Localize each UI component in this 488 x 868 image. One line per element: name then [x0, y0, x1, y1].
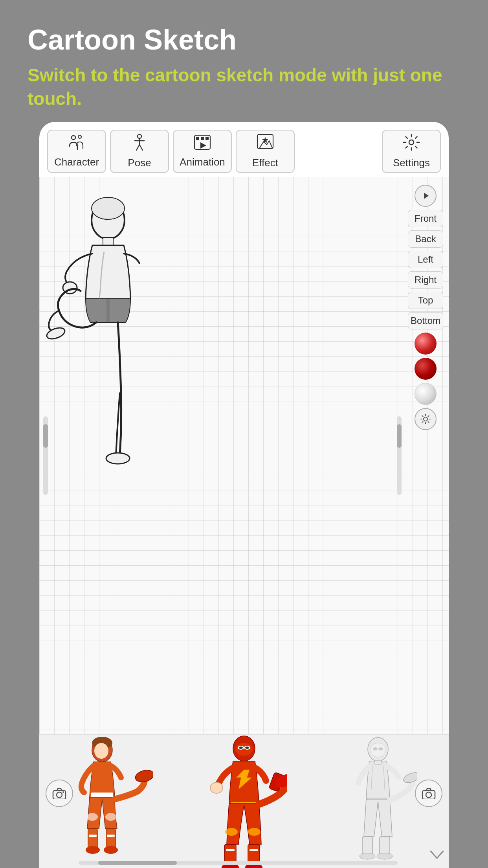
svg-rect-41 [106, 829, 116, 848]
character-button[interactable]: Character [47, 130, 106, 173]
back-button[interactable]: Back [408, 230, 443, 248]
svg-point-45 [104, 846, 118, 854]
h-scrollbar[interactable] [79, 861, 398, 865]
app-title: Cartoon Sketch [28, 24, 460, 56]
svg-point-73 [360, 853, 375, 859]
camera-right-button[interactable] [415, 780, 442, 807]
effect-label: Effect [252, 157, 278, 169]
svg-point-16 [92, 197, 125, 219]
svg-rect-43 [107, 835, 115, 837]
right-button[interactable]: Right [408, 271, 443, 289]
svg-rect-72 [380, 837, 390, 855]
svg-point-36 [94, 743, 108, 759]
bottom-arrow[interactable] [429, 848, 445, 864]
pose-label: Pose [128, 157, 151, 169]
character-label: Character [54, 156, 99, 168]
svg-point-14 [409, 140, 414, 145]
svg-line-27 [422, 416, 423, 417]
svg-point-2 [138, 134, 141, 138]
toolbar: Character Pose [39, 122, 449, 177]
svg-rect-69 [375, 760, 381, 764]
svg-point-48 [235, 743, 253, 756]
svg-line-6 [139, 145, 143, 150]
h-scrollbar-thumb [98, 861, 177, 865]
svg-point-44 [86, 846, 100, 854]
app-subtitle: Switch to the cartoon sketch mode with j… [28, 64, 460, 111]
bottom-button[interactable]: Bottom [408, 312, 443, 329]
svg-rect-63 [226, 849, 235, 851]
animation-icon [194, 134, 211, 154]
character-icon [68, 134, 85, 154]
svg-line-5 [136, 145, 139, 150]
top-button[interactable]: Top [408, 292, 443, 309]
svg-point-1 [78, 135, 81, 138]
svg-line-28 [428, 421, 429, 422]
canvas-area[interactable]: Front Back Left Right Top Bottom [39, 177, 449, 734]
settings-label: Settings [393, 157, 430, 169]
svg-rect-10 [205, 137, 209, 140]
svg-point-33 [62, 791, 64, 793]
svg-point-57 [225, 828, 238, 836]
svg-point-74 [377, 853, 393, 859]
pose-button[interactable]: Pose [110, 130, 169, 173]
right-scrollbar[interactable] [397, 416, 402, 495]
svg-rect-42 [89, 835, 97, 837]
svg-rect-17 [103, 237, 113, 245]
sketch-character [39, 189, 169, 511]
light-button[interactable] [415, 408, 437, 430]
svg-point-32 [57, 792, 62, 798]
color-ball-1[interactable] [415, 333, 437, 355]
effect-button[interactable]: Effect [236, 130, 295, 173]
right-scrollbar-thumb [397, 424, 402, 448]
left-button[interactable]: Left [408, 251, 443, 268]
play-button[interactable] [415, 185, 437, 207]
settings-icon [403, 134, 420, 154]
svg-line-30 [422, 421, 423, 422]
svg-marker-21 [424, 193, 429, 199]
svg-line-29 [428, 416, 429, 417]
svg-rect-71 [362, 837, 372, 855]
settings-button[interactable]: Settings [382, 130, 441, 173]
pose-icon [131, 134, 148, 154]
main-card: Character Pose [39, 122, 449, 868]
svg-point-53 [210, 782, 223, 793]
svg-point-46 [134, 768, 154, 783]
svg-point-52 [245, 747, 249, 749]
svg-point-51 [239, 747, 243, 749]
animation-label: Animation [180, 156, 225, 168]
svg-point-0 [72, 136, 75, 140]
header: Cartoon Sketch Switch to the cartoon ske… [0, 0, 488, 123]
right-sidebar: Front Back Left Right Top Bottom [408, 185, 443, 430]
effect-icon [257, 134, 274, 154]
svg-rect-8 [196, 137, 199, 140]
color-ball-3[interactable] [415, 383, 437, 405]
front-button[interactable]: Front [408, 210, 443, 227]
svg-rect-9 [201, 137, 204, 140]
svg-point-22 [424, 417, 427, 421]
svg-marker-11 [200, 142, 206, 149]
color-ball-2[interactable] [415, 358, 437, 380]
svg-rect-64 [250, 849, 258, 851]
animation-button[interactable]: Animation [173, 130, 232, 173]
char-figure-2 [177, 734, 311, 868]
svg-point-67 [373, 747, 378, 750]
svg-point-66 [370, 743, 386, 757]
svg-rect-40 [88, 829, 97, 848]
svg-point-68 [378, 747, 383, 750]
bottom-strip [39, 734, 449, 868]
svg-point-39 [105, 813, 116, 821]
svg-point-58 [248, 828, 261, 836]
svg-point-38 [87, 813, 98, 821]
camera-left-button[interactable] [46, 780, 73, 807]
svg-point-77 [426, 792, 431, 798]
svg-point-20 [106, 453, 130, 464]
